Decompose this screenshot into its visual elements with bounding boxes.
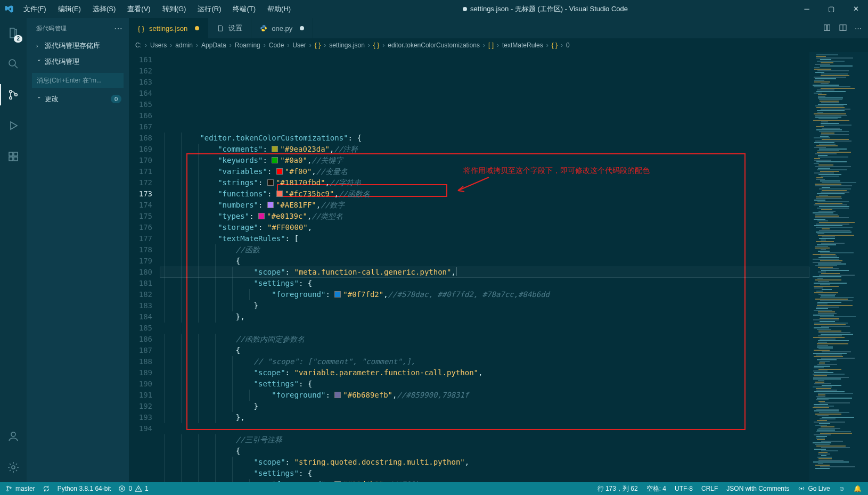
menu-item[interactable]: 转到(G): [157, 1, 192, 17]
code-line[interactable]: {: [160, 446, 809, 457]
file-icon: [217, 24, 224, 32]
editor-body: 1611621631641651661671681691701711721731…: [129, 52, 868, 482]
code-line[interactable]: "numbers": "#AE81FF",//数字: [160, 200, 809, 211]
breadcrumb-item[interactable]: { }: [315, 42, 321, 49]
menu-item[interactable]: 运行(R): [192, 1, 226, 17]
breadcrumbs[interactable]: C:›Users›admin›AppData›Roaming›Code›User…: [129, 38, 868, 52]
code-line[interactable]: "scope": "string.quoted.docstring.multi.…: [160, 457, 809, 468]
code-line[interactable]: "foreground": "#10d4b0",//#709baa,: [160, 479, 809, 482]
more-icon[interactable]: ⋯: [114, 23, 123, 34]
code-line[interactable]: }: [160, 300, 809, 311]
more-icon[interactable]: ⋯: [855, 24, 862, 32]
encoding[interactable]: UTF-8: [675, 485, 693, 492]
breadcrumb-item[interactable]: editor.tokenColorCustomizations: [388, 42, 480, 49]
chevron-right-icon: ›: [309, 42, 312, 49]
menu-item[interactable]: 编辑(E): [53, 1, 86, 17]
code-line[interactable]: //三引号注释: [160, 434, 809, 446]
code-line[interactable]: },: [160, 311, 809, 323]
code-line[interactable]: }: [160, 401, 809, 412]
tab[interactable]: { }settings.json: [129, 18, 208, 38]
code-line[interactable]: "strings": "#18170fbd",//字符串: [160, 177, 809, 188]
gear-icon[interactable]: [0, 457, 27, 478]
code-line[interactable]: "settings": {: [160, 378, 809, 390]
menu-item[interactable]: 查看(V): [122, 1, 155, 17]
breadcrumb-item[interactable]: Code: [269, 42, 284, 49]
sidebar-section-scm[interactable]: › 源代码管理: [27, 54, 129, 70]
menu-item[interactable]: 选择(S): [87, 1, 121, 17]
code-line[interactable]: "functions": "#fc735bc9",//函数名: [160, 188, 809, 200]
tab-bar: { }settings.json设置one.py ⋯: [129, 18, 868, 38]
feedback-icon[interactable]: ☺: [839, 485, 845, 492]
code-line[interactable]: {: [160, 345, 809, 356]
breadcrumb-item[interactable]: settings.json: [329, 42, 365, 49]
sidebar-section-repos[interactable]: › 源代码管理存储库: [27, 38, 129, 54]
code-line[interactable]: [160, 423, 809, 434]
code-line[interactable]: //函数内固定参数名: [160, 334, 809, 345]
account-icon[interactable]: [0, 426, 27, 447]
changes-row[interactable]: › 更改 0: [27, 91, 129, 107]
code-line[interactable]: [160, 323, 809, 334]
code-line[interactable]: "scope": "meta.function-call.generic.pyt…: [160, 267, 809, 278]
go-live-button[interactable]: Go Live: [798, 485, 830, 492]
svg-rect-11: [828, 24, 830, 30]
minimap[interactable]: [809, 52, 868, 482]
code-line[interactable]: "scope": "variable.parameter.function-ca…: [160, 367, 809, 378]
code-line[interactable]: "comments": "#9ea023da",//注释: [160, 144, 809, 155]
search-icon[interactable]: [0, 53, 27, 75]
chevron-down-icon: ›: [36, 59, 42, 64]
extensions-icon[interactable]: [0, 146, 27, 167]
code-line[interactable]: {: [160, 255, 809, 267]
tab[interactable]: 设置: [208, 18, 251, 38]
commit-message-input[interactable]: [32, 73, 124, 88]
minimize-button[interactable]: ─: [795, 0, 819, 18]
close-button[interactable]: ✕: [844, 0, 868, 18]
maximize-button[interactable]: ▢: [819, 0, 844, 18]
language-mode[interactable]: JSON with Comments: [726, 485, 789, 492]
menu-item[interactable]: 帮助(H): [262, 1, 296, 17]
explorer-icon[interactable]: 2: [0, 22, 27, 44]
breadcrumb-item[interactable]: textMateRules: [502, 42, 543, 49]
code-line[interactable]: "textMateRules": [: [160, 233, 809, 244]
scm-icon[interactable]: [0, 84, 27, 105]
menu-item[interactable]: 终端(T): [227, 1, 261, 17]
code-line[interactable]: },: [160, 412, 809, 423]
python-env[interactable]: Python 3.8.1 64-bit: [58, 485, 111, 492]
code-line[interactable]: "storage": "#FF0000",: [160, 222, 809, 233]
breadcrumb-item[interactable]: admin: [175, 42, 193, 49]
tab[interactable]: one.py: [251, 18, 313, 38]
code-line[interactable]: "keywords": "#0a0",//关键字: [160, 155, 809, 166]
sync-button[interactable]: [43, 485, 50, 492]
breadcrumb-item[interactable]: Users: [150, 42, 167, 49]
menu-item[interactable]: 文件(F): [18, 1, 52, 17]
code-line[interactable]: "types": "#e0139c",//类型名: [160, 211, 809, 222]
code-line[interactable]: // "scope": ["comment", "comment",],: [160, 356, 809, 367]
eol[interactable]: CRLF: [701, 485, 718, 492]
indentation[interactable]: 空格: 4: [646, 484, 666, 493]
breadcrumb-item[interactable]: { }: [373, 42, 379, 49]
problems-indicator[interactable]: 0 1: [118, 485, 148, 492]
breadcrumb-item[interactable]: [ ]: [488, 42, 494, 49]
breadcrumb-item[interactable]: Roaming: [235, 42, 260, 49]
breadcrumb-item[interactable]: C:: [135, 42, 142, 49]
code-line[interactable]: "foreground": "#6b689efb",//#859900,7983…: [160, 390, 809, 401]
code-line[interactable]: "variables": "#f00",//变量名: [160, 166, 809, 177]
code-line[interactable]: "settings": {: [160, 278, 809, 289]
branch-indicator[interactable]: master: [5, 485, 35, 492]
cursor-position[interactable]: 行 173，列 62: [597, 484, 638, 493]
branch-name: master: [15, 485, 35, 492]
title-bar: 文件(F)编辑(E)选择(S)查看(V)转到(G)运行(R)终端(T)帮助(H)…: [0, 0, 868, 18]
breadcrumb-item[interactable]: User: [292, 42, 306, 49]
notifications-icon[interactable]: 🔔: [854, 485, 862, 492]
breadcrumb-item[interactable]: 0: [566, 42, 570, 49]
code-line[interactable]: "foreground": "#0f7fd2",//#578dac, ##0f7…: [160, 289, 809, 300]
split-editor-icon[interactable]: [839, 23, 847, 34]
code-line[interactable]: //函数: [160, 244, 809, 255]
code-content[interactable]: 将作用域拷贝至这个字段下，即可修改这个代码段的配色 "editor.tokenC…: [160, 52, 809, 482]
breadcrumb-item[interactable]: AppData: [201, 42, 226, 49]
breadcrumb-item[interactable]: { }: [552, 42, 558, 49]
sidebar: 源代码管理 ⋯ › 源代码管理存储库 › 源代码管理 › 更改 0: [27, 18, 129, 482]
open-changes-icon[interactable]: [823, 23, 831, 34]
code-line[interactable]: "editor.tokenColorCustomizations": {: [160, 133, 809, 144]
run-debug-icon[interactable]: [0, 115, 27, 136]
code-line[interactable]: "settings": {: [160, 468, 809, 479]
